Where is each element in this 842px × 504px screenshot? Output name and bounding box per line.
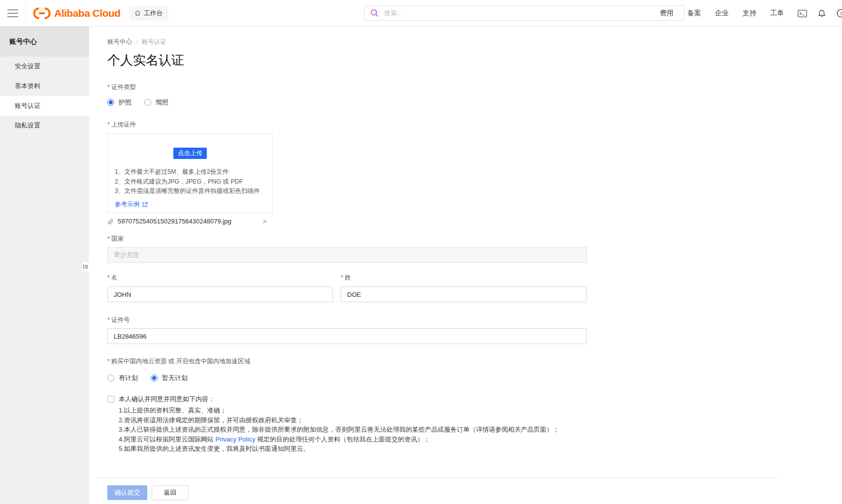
hamburger-menu-icon[interactable] [7, 7, 18, 20]
sidebar-item-privacy-settings[interactable]: 隐私设置 [0, 116, 89, 135]
main-content: 账号中心 / 账号认证 个人实名认证 *证件类型 护照 驾照 *上传证件 点击上… [89, 27, 842, 504]
confirm-submit-button[interactable]: 确认提交 [107, 485, 147, 500]
doc-type-radio-group: 护照 驾照 [107, 98, 842, 107]
required-mark: * [107, 316, 110, 323]
doc-type-label: 证件类型 [111, 84, 136, 91]
last-name-input[interactable] [341, 286, 587, 302]
radio-label: 护照 [119, 98, 131, 107]
agreement-line-4: 4.阿里云可以根据阿里云国际网站 Privacy Policy 规定的目的处理任… [119, 435, 723, 444]
last-name-label: 姓 [345, 274, 351, 281]
first-name-label-row: *名 [107, 274, 333, 282]
radio-label: 暂无计划 [162, 374, 188, 382]
sidebar-item-basic-info[interactable]: 基本资料 [0, 76, 89, 96]
upload-rules: 1、文件最大不超过5M、最多上传2份文件 2、文件格式建议为JPG，JPEG，P… [115, 167, 272, 196]
radio-unselected-icon[interactable] [107, 375, 114, 381]
header-link-enterprise[interactable]: 企业 [715, 9, 729, 18]
header-divider [25, 0, 26, 27]
radio-label: 有计划 [119, 374, 138, 382]
sidebar-item-account-verification[interactable]: 账号认证 [0, 96, 89, 116]
first-name-input[interactable] [107, 286, 333, 302]
back-button[interactable]: 返回 [152, 485, 189, 500]
radio-unselected-icon[interactable] [144, 99, 151, 106]
breadcrumb-separator: / [136, 39, 137, 46]
agreement-terms: 1.以上提供的资料完整、真实、准确； 2.资讯将依适用法律规定的期限保留，并可由… [107, 406, 723, 454]
upload-button[interactable]: 点击上传 [173, 148, 207, 159]
country-label-row: *国家 [107, 235, 842, 243]
console-icon[interactable] [798, 9, 807, 18]
search-input[interactable] [383, 9, 679, 17]
upload-rule: 1、文件最大不超过5M、最多上传2份文件 [115, 167, 272, 177]
agreement-line-3: 3.本人已获得提供上述资讯的正式授权并同意，除非提供所要求的附加信息，否则阿里云… [119, 425, 723, 435]
home-icon [134, 10, 141, 16]
id-number-label-row: *证件号 [107, 316, 842, 324]
mainland-plan-radio-group: 有计划 暂无计划 [107, 374, 842, 382]
reference-example-link[interactable]: 参考示例 [115, 200, 148, 209]
id-number-label: 证件号 [111, 316, 130, 323]
sidebar: 账号中心 安全设置 基本资料 账号认证 隐私设置 [0, 27, 89, 504]
country-input [107, 247, 587, 263]
workbench-label: 工作台 [144, 9, 163, 18]
help-icon[interactable]: ? [837, 9, 842, 18]
agreement-checkbox[interactable] [107, 396, 114, 403]
search-bar[interactable] [364, 5, 684, 21]
first-name-field: *名 [107, 274, 333, 302]
required-mark: * [107, 274, 110, 281]
required-mark: * [107, 121, 110, 128]
paperclip-icon [107, 218, 114, 225]
collapse-icon [83, 264, 89, 270]
id-number-input[interactable] [107, 328, 587, 344]
required-mark: * [341, 274, 343, 281]
uploaded-file-row: 59707525405150291756430248079.jpg × [107, 218, 273, 225]
radio-label: 驾照 [156, 98, 168, 107]
bell-icon[interactable] [817, 9, 826, 18]
last-name-field: *姓 [341, 274, 587, 302]
sidebar-title: 账号中心 [0, 27, 89, 57]
breadcrumb-account-center[interactable]: 账号中心 [107, 38, 132, 46]
header-link-support[interactable]: 支持 [743, 9, 756, 18]
upload-rule: 2、文件格式建议为JPG，JPEG，PNG 或 PDF [115, 177, 272, 187]
agreement-line-4-prefix: 4.阿里云可以根据阿里云国际网站 [119, 436, 215, 443]
radio-option-passport[interactable]: 护照 [107, 98, 131, 107]
header-link-tickets[interactable]: 工单 [770, 9, 784, 18]
upload-dropzone: 点击上传 1、文件最大不超过5M、最多上传2份文件 2、文件格式建议为JPG，J… [107, 133, 273, 213]
required-mark: * [107, 358, 110, 365]
agreement-line-2: 2.资讯将依适用法律规定的期限保留，并可由授权政府机关审查； [119, 415, 723, 425]
last-name-label-row: *姓 [341, 274, 587, 282]
upload-rule: 3、文件需须是清晰完整的证件原件拍摄或彩色扫描件 [115, 187, 272, 196]
header-link-billing[interactable]: 费用 [660, 9, 674, 18]
radio-option-no-plan[interactable]: 暂无计划 [151, 374, 188, 382]
country-label: 国家 [111, 235, 124, 242]
agreement-line-1: 1.以上提供的资料完整、真实、准确； [119, 406, 723, 415]
top-header: Alibaba Cloud 工作台 费用 备案 [0, 0, 842, 27]
sidebar-item-security-settings[interactable]: 安全设置 [0, 57, 89, 76]
upload-label-row: *上传证件 [107, 121, 842, 129]
uploaded-file-name: 59707525405150291756430248079.jpg [118, 218, 231, 225]
radio-option-has-plan[interactable]: 有计划 [107, 374, 138, 382]
mainland-plan-label: 购买中国内地云资源 或 开启包含中国内地加速区域 [111, 358, 250, 365]
radio-selected-icon[interactable] [107, 99, 114, 106]
header-link-icp[interactable]: 备案 [687, 9, 701, 18]
alibaba-cloud-logo[interactable]: Alibaba Cloud [33, 7, 121, 20]
upload-label: 上传证件 [111, 121, 136, 128]
breadcrumb: 账号中心 / 账号认证 [107, 27, 842, 46]
remove-file-icon[interactable]: × [262, 218, 267, 225]
agreement-line-4-suffix: 规定的目的处理任何个人资料（包括我在上面提交的资讯）； [255, 436, 430, 443]
radio-selected-icon[interactable] [151, 375, 158, 381]
alibaba-cloud-logo-icon [33, 7, 51, 20]
privacy-policy-link[interactable]: Privacy Policy [215, 436, 255, 443]
agreement-checkbox-row: 本人确认并同意并同意如下内容： [107, 395, 842, 404]
page-title: 个人实名认证 [107, 52, 842, 68]
workbench-button[interactable]: 工作台 [129, 6, 168, 21]
doc-type-label-row: *证件类型 [107, 83, 842, 92]
agreement-checkbox-label[interactable]: 本人确认并同意并同意如下内容： [119, 395, 215, 404]
agreement-line-5: 5.如果我所提供的上述资讯发生变更，我将及时以书面通知阿里云。 [119, 444, 723, 454]
action-buttons: 确认提交 返回 [107, 485, 842, 500]
reference-example-label: 参考示例 [115, 200, 139, 209]
first-name-label: 名 [111, 274, 118, 281]
radio-option-drivers-license[interactable]: 驾照 [144, 98, 168, 107]
logo-text: Alibaba Cloud [54, 7, 121, 19]
svg-text:?: ? [840, 11, 842, 16]
required-mark: * [107, 235, 110, 242]
name-fields-row: *名 *姓 [107, 274, 842, 302]
header-right-menu: 费用 备案 企业 支持 工单 ? [660, 0, 842, 27]
